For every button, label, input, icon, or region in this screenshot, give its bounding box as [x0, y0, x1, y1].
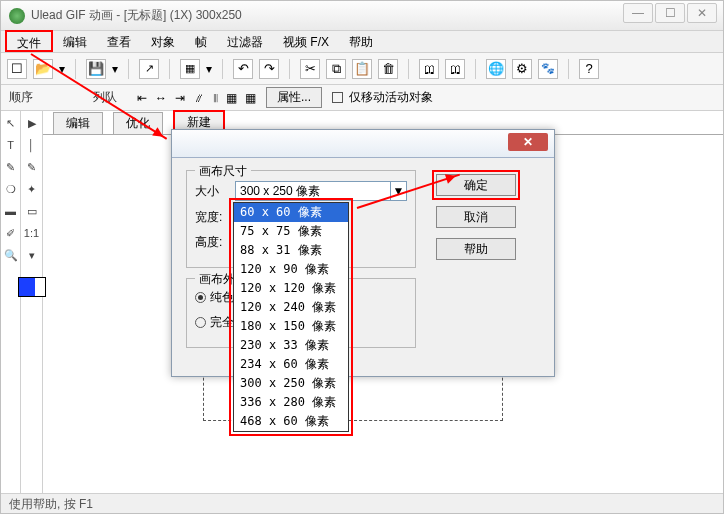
help-button[interactable]: 帮助: [436, 238, 516, 260]
window-title: Ulead GIF 动画 - [无标题] (1X) 300x250: [31, 7, 242, 24]
titlebar: Ulead GIF 动画 - [无标题] (1X) 300x250 — ☐ ✕: [1, 1, 723, 31]
fill-tool-icon[interactable]: ▬: [3, 203, 19, 219]
separator: [408, 59, 409, 79]
copy-icon[interactable]: ⧉: [326, 59, 346, 79]
menu-view[interactable]: 查看: [97, 31, 141, 52]
dropdown-icon[interactable]: ▾: [206, 62, 212, 76]
align-icon[interactable]: ⇥: [175, 91, 185, 105]
tool-palette-left: ↖ T ✎ ❍ ▬ ✐ 🔍: [1, 111, 21, 511]
size-combo-value: 300 x 250 像素: [240, 183, 320, 200]
wand-tool-icon[interactable]: ✦: [24, 181, 40, 197]
options-icon[interactable]: ▾: [24, 247, 40, 263]
line-tool-icon[interactable]: │: [24, 137, 40, 153]
menu-frame[interactable]: 帧: [185, 31, 217, 52]
separator: [475, 59, 476, 79]
tab-edit[interactable]: 编辑: [53, 112, 103, 134]
main-toolbar: ☐ 📂 ▾ 💾 ▾ ↗ ▦ ▾ ↶ ↷ ✂ ⧉ 📋 🗑 🕮 🕮 🌐 ⚙ 🐾 ?: [1, 53, 723, 85]
dropper-tool-icon[interactable]: ✐: [3, 225, 19, 241]
size-option[interactable]: 120 x 120 像素: [234, 279, 348, 298]
menu-file[interactable]: 文件: [5, 30, 53, 52]
dialog-close-button[interactable]: ✕: [508, 133, 548, 151]
close-button[interactable]: ✕: [687, 3, 717, 23]
size-option[interactable]: 120 x 240 像素: [234, 298, 348, 317]
undo-icon[interactable]: ↶: [233, 59, 253, 79]
separator: [568, 59, 569, 79]
app-icon: [9, 8, 25, 24]
align-icon[interactable]: ⇤: [137, 91, 147, 105]
size-option[interactable]: 234 x 60 像素: [234, 355, 348, 374]
align-icon[interactable]: ↔: [155, 91, 167, 105]
menu-filter[interactable]: 过滤器: [217, 31, 273, 52]
menu-edit[interactable]: 编辑: [53, 31, 97, 52]
separator: [75, 59, 76, 79]
height-label: 高度:: [195, 234, 229, 251]
separator: [289, 59, 290, 79]
tool-a-icon[interactable]: ↗: [139, 59, 159, 79]
pen-tool-icon[interactable]: ✎: [24, 159, 40, 175]
radio-pure[interactable]: 纯色: [195, 289, 234, 306]
tool-b-icon[interactable]: ▦: [180, 59, 200, 79]
tool-palette-right: ▶ │ ✎ ✦ ▭ 1:1 ▾: [21, 111, 43, 511]
select-tool-icon[interactable]: ▭: [24, 203, 40, 219]
size-label: 大小: [195, 183, 229, 200]
size-option[interactable]: 336 x 280 像素: [234, 393, 348, 412]
label-sequence: 顺序: [9, 89, 33, 106]
statusbar: 使用帮助, 按 F1: [1, 493, 723, 513]
menubar: 文件 编辑 查看 对象 帧 过滤器 视频 F/X 帮助: [1, 31, 723, 53]
pointer-tool-icon[interactable]: ↖: [3, 115, 19, 131]
separator: [222, 59, 223, 79]
eraser-tool-icon[interactable]: ❍: [3, 181, 19, 197]
size-option[interactable]: 120 x 90 像素: [234, 260, 348, 279]
size-option[interactable]: 468 x 60 像素: [234, 412, 348, 431]
dropdown-icon[interactable]: ▾: [112, 62, 118, 76]
cancel-button[interactable]: 取消: [436, 206, 516, 228]
brush-tool-icon[interactable]: ✎: [3, 159, 19, 175]
size-option[interactable]: 180 x 150 像素: [234, 317, 348, 336]
anim-icon[interactable]: 🐾: [538, 59, 558, 79]
align-icon[interactable]: ⫴: [213, 91, 218, 105]
align-icon[interactable]: ▦: [226, 91, 237, 105]
paste-icon[interactable]: 📋: [352, 59, 372, 79]
size-option[interactable]: 60 x 60 像素: [234, 203, 348, 222]
menu-object[interactable]: 对象: [141, 31, 185, 52]
align-icon[interactable]: ⫽: [193, 91, 205, 105]
play-tool-icon[interactable]: ▶: [24, 115, 40, 131]
delete-icon[interactable]: 🗑: [378, 59, 398, 79]
radio-full[interactable]: 完全: [195, 314, 234, 331]
menu-videofx[interactable]: 视频 F/X: [273, 31, 339, 52]
attributes-button[interactable]: 属性...: [266, 87, 322, 108]
size-option[interactable]: 88 x 31 像素: [234, 241, 348, 260]
size-option[interactable]: 230 x 33 像素: [234, 336, 348, 355]
color-swatch[interactable]: [18, 277, 46, 297]
minimize-button[interactable]: —: [623, 3, 653, 23]
zoom-tool-icon[interactable]: 🔍: [3, 247, 19, 263]
browser-icon[interactable]: 🌐: [486, 59, 506, 79]
width-label: 宽度:: [195, 209, 229, 226]
window-buttons: — ☐ ✕: [623, 3, 717, 23]
scale-tool-icon[interactable]: 1:1: [24, 225, 40, 241]
size-option[interactable]: 300 x 250 像素: [234, 374, 348, 393]
size-dropdown[interactable]: 60 x 60 像素75 x 75 像素88 x 31 像素120 x 90 像…: [233, 202, 349, 432]
group-canvas-title: 画布尺寸: [195, 163, 251, 180]
tool-d-icon[interactable]: 🕮: [445, 59, 465, 79]
new-icon[interactable]: ☐: [7, 59, 27, 79]
cut-icon[interactable]: ✂: [300, 59, 320, 79]
text-tool-icon[interactable]: T: [3, 137, 19, 153]
onlymove-checkbox-container[interactable]: 仅移动活动对象: [332, 89, 433, 106]
sub-toolbar: 顺序 列队 ⇤ ↔ ⇥ ⫽ ⫴ ▦ ▦ 属性... 仅移动活动对象: [1, 85, 723, 111]
maximize-button[interactable]: ☐: [655, 3, 685, 23]
radio-icon: [195, 317, 206, 328]
tool-c-icon[interactable]: 🕮: [419, 59, 439, 79]
checkbox-icon: [332, 92, 343, 103]
radio-icon: [195, 292, 206, 303]
onlymove-label: 仅移动活动对象: [349, 90, 433, 104]
menu-help[interactable]: 帮助: [339, 31, 383, 52]
save-icon[interactable]: 💾: [86, 59, 106, 79]
size-option[interactable]: 75 x 75 像素: [234, 222, 348, 241]
help-icon[interactable]: ?: [579, 59, 599, 79]
new-dialog: ✕ 画布尺寸 大小 300 x 250 像素 ▼ 宽度: 高度:: [171, 129, 555, 377]
redo-icon[interactable]: ↷: [259, 59, 279, 79]
dialog-titlebar[interactable]: ✕: [172, 130, 554, 158]
settings-icon[interactable]: ⚙: [512, 59, 532, 79]
align-icon[interactable]: ▦: [245, 91, 256, 105]
